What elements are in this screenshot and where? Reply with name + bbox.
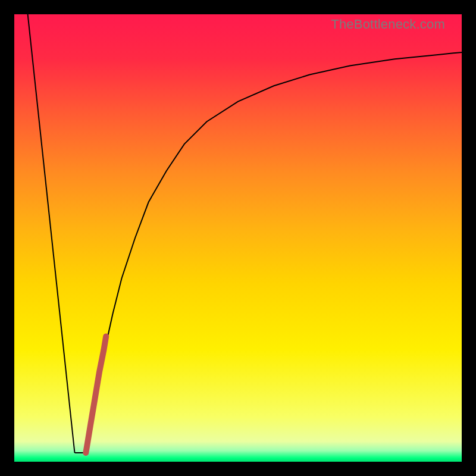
curve-group [28, 14, 462, 453]
series-highlight-segment [86, 336, 106, 453]
plot-area: TheBottleneck.com [14, 14, 462, 462]
marker-group [86, 336, 106, 453]
series-left-descent [28, 14, 75, 453]
chart-frame: TheBottleneck.com [0, 0, 476, 476]
series-right-growth [86, 52, 462, 453]
bottleneck-curve-plot [14, 14, 462, 462]
